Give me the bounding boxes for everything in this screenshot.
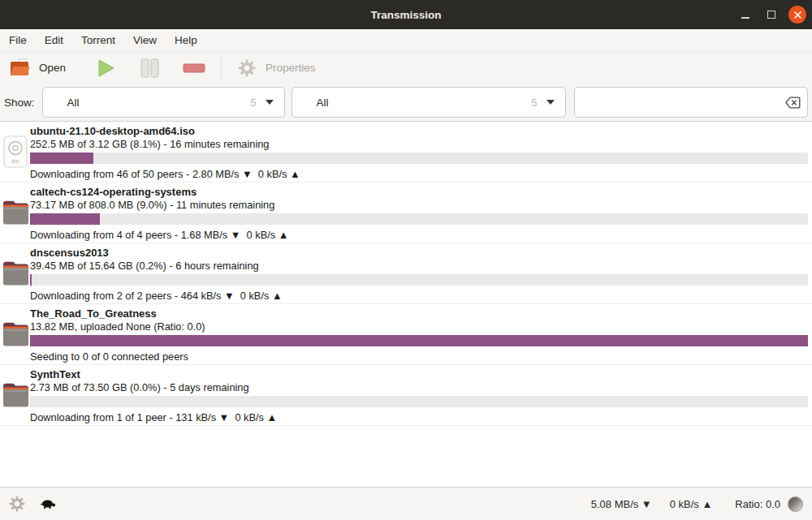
total-upload-speed: 0 kB/s ▲ <box>670 498 713 510</box>
filter-state-value: All <box>67 97 251 109</box>
torrent-row[interactable]: iso dnscensus2013 39.45 MB of 15.64 GB (… <box>0 243 812 304</box>
maximize-button[interactable] <box>762 6 780 24</box>
start-torrent-button[interactable] <box>87 54 124 82</box>
torrent-icon-cell: iso <box>0 122 30 182</box>
menu-edit[interactable]: Edit <box>36 29 72 51</box>
open-button-label: Open <box>39 62 66 74</box>
torrent-icon-cell: iso <box>0 183 30 243</box>
torrent-status-line: Downloading from 1 of 1 peer - 131 kB/s … <box>30 411 808 424</box>
torrent-list: iso ubuntu-21.10-desktop-amd64.iso 252.5… <box>0 122 812 487</box>
torrent-row[interactable]: iso ubuntu-21.10-desktop-amd64.iso 252.5… <box>0 122 812 183</box>
toolbar: Open <box>0 52 812 84</box>
pause-torrent-button[interactable] <box>131 54 168 82</box>
turtle-icon <box>40 499 56 509</box>
torrent-name: SynthText <box>30 367 808 381</box>
torrent-progress-fill <box>30 153 93 164</box>
torrent-progress-bar <box>30 396 808 407</box>
filter-tracker-dropdown[interactable]: All 5 <box>292 87 566 118</box>
iso-file-icon: iso <box>3 135 28 168</box>
statusbar: 5.08 MB/s ▼ 0 kB/s ▲ Ratio: 0.0 <box>0 487 812 520</box>
torrent-progress-fill <box>30 335 808 346</box>
ratio-icon[interactable] <box>788 496 803 512</box>
folder-icon <box>2 379 29 410</box>
torrent-row-content: SynthText 2.73 MB of 73.50 GB (0.0%) - 5… <box>30 365 812 425</box>
torrent-progress-bar <box>30 274 808 286</box>
window-controls <box>736 0 806 29</box>
torrent-status-line: Seeding to 0 of 0 connected peers <box>30 350 808 363</box>
torrent-row-content: ubuntu-21.10-desktop-amd64.iso 252.5 MB … <box>30 122 812 182</box>
torrent-name: ubuntu-21.10-desktop-amd64.iso <box>30 124 808 138</box>
folder-icon <box>2 257 29 288</box>
options-button[interactable] <box>8 495 26 513</box>
close-button[interactable] <box>788 6 806 24</box>
properties-button-label: Properties <box>266 62 316 74</box>
search-box <box>574 87 808 118</box>
torrent-row-content: The_Road_To_Greatness 13.82 MB, uploaded… <box>30 304 812 364</box>
play-icon <box>95 58 116 79</box>
titlebar: Transmission <box>0 0 812 29</box>
torrent-progress-bar <box>30 335 808 346</box>
torrent-size-line: 2.73 MB of 73.50 GB (0.0%) - 5 days rema… <box>30 381 808 394</box>
window-title: Transmission <box>370 9 441 21</box>
torrent-size-line: 73.17 MB of 808.0 MB (9.0%) - 11 minutes… <box>30 199 808 212</box>
filter-state-dropdown[interactable]: All 5 <box>42 87 285 118</box>
filter-tracker-value: All <box>317 97 532 109</box>
filter-state-count: 5 <box>250 97 256 109</box>
close-icon <box>794 11 801 19</box>
clear-search-button[interactable] <box>785 97 801 109</box>
torrent-icon-cell: iso <box>0 243 30 303</box>
gear-icon <box>237 58 257 78</box>
menubar: File Edit Torrent View Help <box>0 29 812 52</box>
torrent-size-line: 252.5 MB of 3.12 GB (8.1%) - 16 minutes … <box>30 138 808 151</box>
menu-help[interactable]: Help <box>166 29 206 51</box>
torrent-row[interactable]: iso The_Road_To_Greatness 13.82 MB, uplo… <box>0 304 812 365</box>
torrent-row-content: caltech-cs124-operating-systems 73.17 MB… <box>30 183 812 243</box>
torrent-row[interactable]: iso caltech-cs124-operating-systems 73.1… <box>0 183 812 243</box>
torrent-row[interactable]: iso SynthText 2.73 MB of 73.50 GB (0.0%)… <box>0 365 812 426</box>
svg-text:iso: iso <box>11 157 19 165</box>
ratio-label: Ratio: 0.0 <box>735 498 780 510</box>
torrent-status-line: Downloading from 2 of 2 peers - 464 kB/s… <box>30 290 808 303</box>
filterbar: Show: All 5 All 5 <box>0 84 812 122</box>
folder-icon <box>2 318 29 349</box>
torrent-status-line: Downloading from 46 of 50 peers - 2.80 M… <box>30 168 808 181</box>
torrent-status-line: Downloading from 4 of 4 peers - 1.68 MB/… <box>30 229 808 242</box>
torrent-name: caltech-cs124-operating-systems <box>30 185 808 199</box>
torrent-progress-bar <box>30 153 808 164</box>
torrent-progress-fill <box>30 213 100 225</box>
torrent-icon-cell: iso <box>0 304 30 364</box>
menu-torrent[interactable]: Torrent <box>72 29 124 51</box>
open-torrent-button[interactable]: Open <box>2 54 74 82</box>
gear-icon <box>8 495 26 513</box>
pause-icon <box>139 58 160 79</box>
alt-speed-turtle-button[interactable] <box>40 499 56 509</box>
open-folder-icon <box>10 58 30 78</box>
torrent-name: The_Road_To_Greatness <box>30 307 808 320</box>
folder-icon <box>2 196 29 227</box>
search-input[interactable] <box>575 88 785 117</box>
remove-icon <box>183 58 205 79</box>
torrent-name: dnscensus2013 <box>30 246 808 260</box>
transmission-window: Transmission File Edit Torrent View Help <box>0 0 812 520</box>
chevron-down-icon <box>266 100 274 105</box>
torrent-size-line: 39.45 MB of 15.64 GB (0.2%) - 6 hours re… <box>30 260 808 273</box>
maximize-icon <box>767 11 775 19</box>
minimize-button[interactable] <box>736 6 754 24</box>
total-download-speed: 5.08 MB/s ▼ <box>591 498 652 510</box>
chevron-down-icon <box>546 100 555 105</box>
torrent-row-content: dnscensus2013 39.45 MB of 15.64 GB (0.2%… <box>30 243 812 303</box>
toolbar-separator <box>221 56 222 80</box>
minimize-icon <box>741 17 749 19</box>
torrent-progress-fill <box>30 274 32 286</box>
torrent-size-line: 13.82 MB, uploaded None (Ratio: 0.0) <box>30 320 808 333</box>
torrent-icon-cell: iso <box>0 365 30 425</box>
remove-torrent-button[interactable] <box>175 54 214 82</box>
torrent-progress-bar <box>30 213 808 225</box>
menu-file[interactable]: File <box>0 29 36 51</box>
filter-tracker-count: 5 <box>531 97 537 109</box>
menu-view[interactable]: View <box>124 29 166 51</box>
backspace-icon <box>785 97 801 109</box>
properties-button[interactable]: Properties <box>229 54 324 82</box>
show-label: Show: <box>4 97 35 109</box>
